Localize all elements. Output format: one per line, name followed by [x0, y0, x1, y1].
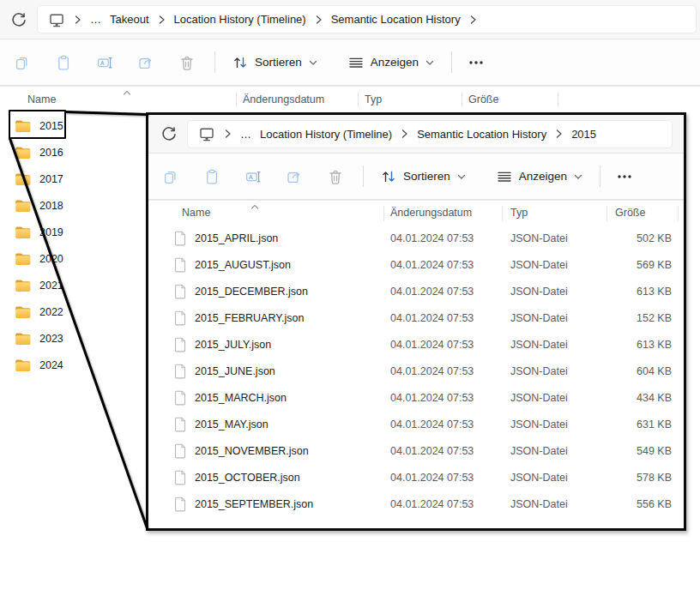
share-button[interactable]	[274, 161, 315, 192]
file-row[interactable]: 2015_JUNE.json 04.01.2024 07:53 JSON-Dat…	[148, 358, 684, 384]
column-header-modified[interactable]: Änderungsdatum	[236, 87, 358, 111]
share-icon	[137, 54, 154, 71]
column-header-modified[interactable]: Änderungsdatum	[383, 201, 502, 225]
file-size: 631 KB	[606, 418, 679, 430]
copy-icon	[14, 54, 31, 71]
view-button[interactable]: Anzeigen	[486, 161, 593, 192]
file-name: 2015_MAY.json	[195, 418, 269, 430]
file-row[interactable]: 2015_SEPTEMBER.json 04.01.2024 07:53 JSO…	[148, 491, 684, 517]
folder-row[interactable]: 2019	[0, 219, 146, 245]
refresh-button[interactable]	[157, 122, 181, 146]
chevron-right-icon	[468, 14, 478, 26]
file-row[interactable]: 2015_DECEMBER.json 04.01.2024 07:53 JSON…	[148, 278, 684, 304]
sort-label: Sortieren	[255, 56, 302, 69]
file-row[interactable]: 2015_FEBRUARY.json 04.01.2024 07:53 JSON…	[148, 304, 684, 331]
column-header-type[interactable]: Typ	[502, 201, 606, 225]
column-separator[interactable]	[236, 92, 237, 107]
file-name: 2015_NOVEMBER.json	[195, 445, 309, 457]
folder-name: 2016	[39, 147, 63, 159]
more-options-button[interactable]	[607, 161, 642, 192]
file-icon	[174, 443, 186, 459]
column-header-type[interactable]: Typ	[358, 87, 462, 111]
folder-name: 2018	[39, 200, 63, 212]
breadcrumb-item[interactable]: Takeout	[110, 13, 149, 26]
column-separator[interactable]	[558, 92, 558, 107]
breadcrumb-item[interactable]: 2015	[571, 128, 596, 141]
paste-button[interactable]	[43, 47, 84, 78]
file-icon	[174, 364, 186, 379]
file-name: 2015_OCTOBER.json	[195, 472, 300, 484]
column-separator[interactable]	[606, 206, 607, 221]
view-list-icon	[347, 54, 365, 71]
toolbar-separator	[363, 166, 364, 187]
file-icon	[174, 470, 186, 485]
file-row[interactable]: 2015_AUGUST.json 04.01.2024 07:53 JSON-D…	[148, 251, 684, 278]
column-header-name[interactable]: Name	[148, 201, 383, 225]
file-list: 2015_APRIL.json 04.01.2024 07:53 JSON-Da…	[148, 225, 684, 517]
folder-name: 2023	[39, 333, 63, 345]
folder-row[interactable]: 2024	[0, 352, 146, 378]
column-header-name[interactable]: Name	[0, 87, 236, 111]
breadcrumb-item[interactable]: Semantic Location History	[331, 13, 461, 26]
sort-button[interactable]: Sortieren	[222, 47, 328, 78]
folder-row[interactable]: 2023	[0, 325, 146, 352]
file-row[interactable]: 2015_APRIL.json 04.01.2024 07:53 JSON-Da…	[148, 225, 684, 251]
paste-button[interactable]	[191, 161, 232, 192]
breadcrumb-item[interactable]: Semantic Location History	[417, 128, 546, 141]
rename-button[interactable]	[84, 47, 125, 78]
more-options-button[interactable]	[459, 47, 493, 78]
folder-row[interactable]: 2021	[0, 272, 146, 298]
view-button[interactable]: Anzeigen	[338, 47, 444, 78]
outer-toolbar: Sortieren Anzeigen	[0, 39, 700, 86]
file-row[interactable]: 2015_JULY.json 04.01.2024 07:53 JSON-Dat…	[148, 331, 684, 358]
copy-button[interactable]	[150, 161, 191, 192]
folder-row[interactable]: 2017	[0, 166, 146, 192]
file-type: JSON-Datei	[502, 445, 606, 457]
file-name: 2015_FEBRUARY.json	[195, 312, 304, 324]
file-row[interactable]: 2015_OCTOBER.json 04.01.2024 07:53 JSON-…	[148, 464, 684, 491]
file-row[interactable]: 2015_MARCH.json 04.01.2024 07:53 JSON-Da…	[148, 384, 684, 411]
toolbar-separator	[451, 51, 452, 73]
folder-row[interactable]: 2020	[0, 245, 146, 272]
chevron-right-icon	[314, 14, 323, 26]
copy-button[interactable]	[2, 47, 43, 78]
breadcrumb-ellipsis[interactable]: …	[240, 128, 252, 141]
folder-icon	[15, 279, 32, 292]
breadcrumb-item[interactable]: Location History (Timeline)	[260, 128, 392, 141]
inset-column-headers: Name Änderungsdatum Typ Größe	[148, 200, 684, 225]
refresh-button[interactable]	[7, 8, 31, 32]
file-row[interactable]: 2015_MAY.json 04.01.2024 07:53 JSON-Date…	[148, 411, 684, 437]
breadcrumb-item[interactable]: Location History (Timeline)	[174, 13, 306, 26]
file-icon	[174, 257, 186, 273]
folder-name: 2017	[39, 173, 63, 185]
column-header-size[interactable]: Größe	[462, 87, 558, 111]
column-separator[interactable]	[383, 206, 384, 221]
folder-row[interactable]: 2022	[0, 298, 146, 325]
file-size: 434 KB	[606, 392, 679, 404]
file-icon	[174, 337, 186, 352]
share-button[interactable]	[125, 47, 166, 78]
folder-row[interactable]: 2016	[0, 139, 146, 166]
folder-name: 2020	[39, 253, 63, 265]
column-separator[interactable]	[462, 92, 462, 107]
file-modified: 04.01.2024 07:53	[383, 259, 502, 271]
folder-row[interactable]: 2018	[0, 192, 146, 219]
file-size: 569 KB	[606, 259, 679, 271]
file-size: 578 KB	[606, 472, 679, 484]
file-modified: 04.01.2024 07:53	[383, 286, 502, 298]
column-separator[interactable]	[358, 92, 359, 107]
column-separator[interactable]	[502, 206, 503, 221]
delete-button[interactable]	[315, 161, 356, 192]
breadcrumb-ellipsis[interactable]: …	[90, 13, 102, 26]
delete-button[interactable]	[166, 47, 208, 78]
file-icon	[174, 310, 186, 326]
chevron-right-icon	[157, 14, 166, 26]
sort-button[interactable]: Sortieren	[371, 161, 476, 192]
column-separator[interactable]	[678, 206, 679, 221]
outer-address-bar[interactable]: … Takeout Location History (Timeline) Se…	[37, 5, 697, 33]
column-header-size[interactable]: Größe	[606, 201, 679, 225]
rename-button[interactable]	[232, 161, 274, 192]
inset-address-bar[interactable]: … Location History (Timeline) Semantic L…	[187, 120, 673, 148]
file-row[interactable]: 2015_NOVEMBER.json 04.01.2024 07:53 JSON…	[148, 437, 684, 464]
folder-icon	[15, 358, 32, 372]
